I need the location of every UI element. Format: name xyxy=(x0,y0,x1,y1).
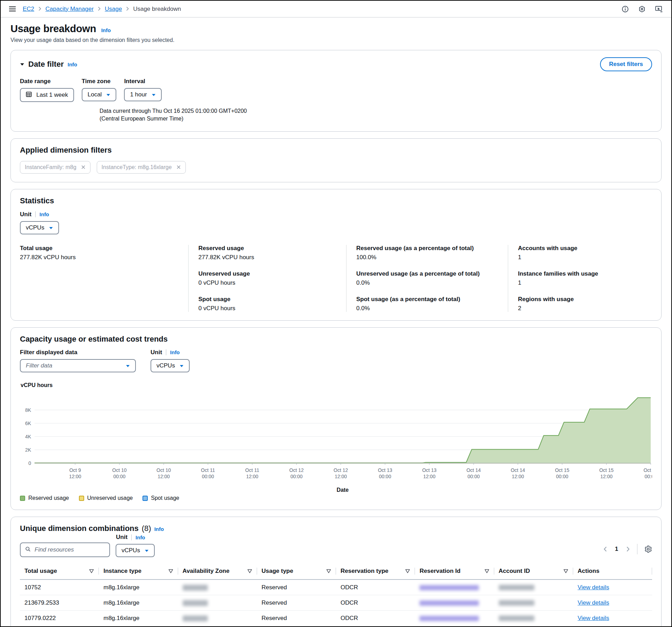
breadcrumb-ec2[interactable]: EC2 xyxy=(23,6,34,13)
column-filter-icon[interactable] xyxy=(405,569,410,573)
reset-filters-button[interactable]: Reset filters xyxy=(600,57,652,71)
hamburger-menu-icon[interactable] xyxy=(9,6,16,12)
stat-item: Reserved usage277.82K vCPU hours xyxy=(198,245,346,261)
filter-chips: InstanceFamily: m8gInstanceType: m8g.16x… xyxy=(20,161,652,174)
breadcrumb-usage[interactable]: Usage xyxy=(105,6,122,13)
cell-availability-zone xyxy=(178,595,257,611)
table-row: 213679.2533m8g.16xlargeReservedODCRView … xyxy=(20,595,652,611)
cell-instance-type: m8g.16xlarge xyxy=(99,579,178,595)
unit-label: Unit xyxy=(20,211,31,218)
table-settings-gear-icon[interactable] xyxy=(644,545,652,553)
filter-displayed-data-select[interactable]: Filter data xyxy=(20,359,136,372)
column-header-usage-type: Usage type xyxy=(257,564,336,579)
column-header-account-id: Account ID xyxy=(494,564,573,579)
combinations-info-link[interactable]: Info xyxy=(154,526,164,532)
svg-text:4K: 4K xyxy=(25,433,31,439)
trends-unit-select[interactable]: vCPUs xyxy=(151,359,190,372)
interval-select[interactable]: 1 hour xyxy=(124,88,161,101)
stat-item: Instance families with usage1 xyxy=(518,270,652,286)
time-zone-select[interactable]: Local xyxy=(82,88,117,101)
breadcrumb-capacity-manager[interactable]: Capacity Manager xyxy=(45,6,94,13)
svg-text:Oct 1100:00: Oct 1100:00 xyxy=(201,467,215,479)
page-subtitle: View your usage data based on the dimens… xyxy=(10,37,662,43)
chevron-down-icon xyxy=(152,91,156,98)
collapse-triangle-icon[interactable] xyxy=(20,61,24,67)
stat-column: Reserved usage277.82K vCPU hoursUnreserv… xyxy=(188,245,346,312)
svg-text:Oct 1300:00: Oct 1300:00 xyxy=(378,467,392,479)
filter-displayed-data-field: Filter displayed data Filter data xyxy=(20,349,136,372)
column-filter-icon[interactable] xyxy=(563,569,568,573)
svg-text:Oct 1512:00: Oct 1512:00 xyxy=(599,467,614,479)
trends-panel: Capacity usage or estimated cost trends … xyxy=(10,327,662,510)
trends-unit-field: Unit Info vCPUs xyxy=(151,349,190,372)
cell-usage-type: Reserved xyxy=(257,579,336,595)
search-input[interactable] xyxy=(34,546,105,554)
cell-reservation-id xyxy=(415,595,494,611)
unit-label: Unit xyxy=(116,534,127,541)
stat-item: Reserved usage (as a percentage of total… xyxy=(356,245,508,261)
view-details-link[interactable]: View details xyxy=(578,615,609,621)
redacted-value xyxy=(419,600,479,606)
column-header-label: Availability Zone xyxy=(183,568,229,575)
redacted-value xyxy=(183,615,208,621)
combinations-title: Unique dimension combinations xyxy=(20,524,139,533)
chip-close-icon[interactable] xyxy=(176,165,181,169)
pagination-next-button[interactable] xyxy=(626,546,630,552)
find-resources-search[interactable] xyxy=(20,542,110,557)
unit-info-link[interactable]: Info xyxy=(170,349,180,355)
stat-item: Accounts with usage1 xyxy=(518,245,652,261)
page-title: Usage breakdown xyxy=(10,23,96,34)
cell-usage-type: Reserved xyxy=(257,626,336,627)
legend-label: Unreserved usage xyxy=(87,495,133,501)
legend-item[interactable]: Spot usage xyxy=(143,495,179,501)
stat-value: 1 xyxy=(518,254,652,261)
combinations-unit-select[interactable]: vCPUs xyxy=(116,544,155,557)
cell-account-id xyxy=(494,595,573,611)
cell-actions: View details xyxy=(573,595,652,611)
stat-label: Reserved usage (as a percentage of total… xyxy=(356,245,508,252)
unit-info-link[interactable]: Info xyxy=(136,534,145,540)
svg-text:Oct 1312:00: Oct 1312:00 xyxy=(422,467,437,479)
column-filter-icon[interactable] xyxy=(326,569,331,573)
filter-displayed-data-label: Filter displayed data xyxy=(20,349,136,356)
breadcrumb-current-page: Usage breakdown xyxy=(133,6,181,13)
column-header-label: Total usage xyxy=(24,568,57,575)
unit-info-link[interactable]: Info xyxy=(39,211,49,217)
date-filter-info-link[interactable]: Info xyxy=(67,61,77,67)
stat-label: Regions with usage xyxy=(518,296,652,303)
divider xyxy=(131,534,132,540)
svg-text:Oct 1500:00: Oct 1500:00 xyxy=(555,467,569,479)
chevron-down-icon xyxy=(126,362,130,369)
column-filter-icon[interactable] xyxy=(484,569,489,573)
column-header-reservation-id: Reservation Id xyxy=(415,564,494,579)
filter-chip-label: InstanceFamily: m8g xyxy=(25,164,76,170)
column-header-label: Usage type xyxy=(262,568,293,575)
column-header-total-usage: Total usage xyxy=(20,564,99,579)
settings-hexagon-icon[interactable] xyxy=(638,6,645,13)
pagination-current-page[interactable]: 1 xyxy=(611,546,622,553)
cell-reservation-type: ODCR xyxy=(336,595,415,611)
column-filter-icon[interactable] xyxy=(89,569,94,573)
page-title-info-link[interactable]: Info xyxy=(101,27,111,33)
table-row: 31859.5556m8g.16xlargeReservedODCRView d… xyxy=(20,626,652,627)
view-details-link[interactable]: View details xyxy=(578,599,609,606)
statistics-unit-select[interactable]: vCPUs xyxy=(20,221,59,234)
redacted-value xyxy=(499,600,534,606)
chip-close-icon[interactable] xyxy=(81,165,86,169)
stat-item: Regions with usage2 xyxy=(518,296,652,312)
pagination-previous-button[interactable] xyxy=(603,546,607,552)
feedback-monitor-icon[interactable] xyxy=(655,6,663,13)
chevron-right-icon xyxy=(38,6,41,13)
date-range-button[interactable]: Last 1 week xyxy=(20,88,74,102)
info-icon[interactable] xyxy=(622,6,629,13)
column-filter-icon[interactable] xyxy=(168,569,173,573)
legend-item[interactable]: Unreserved usage xyxy=(79,495,133,501)
cell-reservation-id xyxy=(415,579,494,595)
column-filter-icon[interactable] xyxy=(247,569,252,573)
legend-item[interactable]: Reserved usage xyxy=(20,495,69,501)
svg-text:2K: 2K xyxy=(25,447,31,452)
date-range-label: Date range xyxy=(20,78,74,85)
search-icon xyxy=(25,546,31,553)
divider xyxy=(637,544,637,554)
view-details-link[interactable]: View details xyxy=(578,584,609,591)
